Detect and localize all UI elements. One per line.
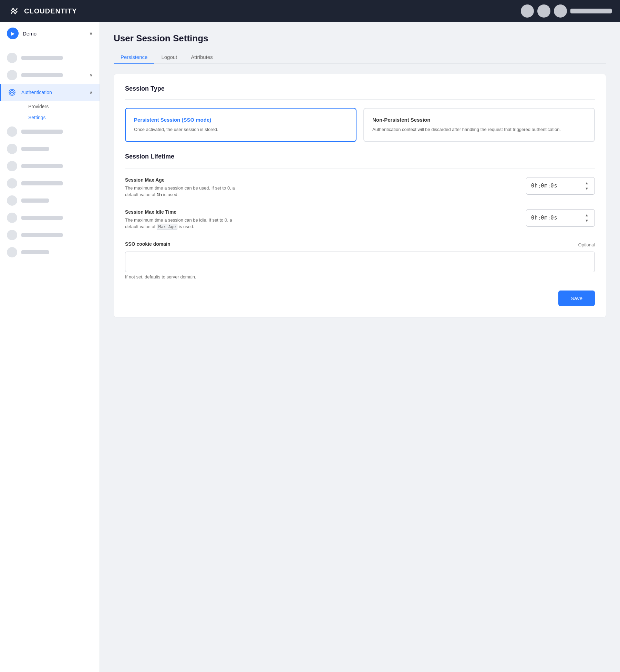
- persistent-session-title: Persistent Session (SSO mode): [134, 117, 348, 123]
- tab-attributes[interactable]: Attributes: [184, 51, 219, 64]
- sidebar-label-9: [21, 233, 63, 237]
- sidebar-item-settings[interactable]: Settings: [21, 112, 100, 123]
- sso-optional-label: Optional: [578, 242, 595, 247]
- sso-cookie-label: SSO cookie domain: [125, 241, 170, 247]
- session-max-idle-row: Session Max Idle Time The maximum time a…: [125, 209, 595, 230]
- sidebar-label-2: [21, 73, 63, 77]
- session-max-age-row: Session Max Age The maximum time a sessi…: [125, 177, 595, 198]
- time-group: 0h : 0m : 0s: [531, 183, 558, 189]
- avatar-3[interactable]: [554, 4, 567, 18]
- max-age-minutes: 0m: [541, 183, 548, 189]
- sidebar-label-6: [21, 181, 63, 185]
- sidebar-icon-9: [7, 230, 17, 240]
- session-max-age-input[interactable]: 0h : 0m : 0s ▲ ▼: [526, 177, 595, 195]
- workspace-name: Demo: [23, 31, 85, 37]
- logo-text: CLOUDENTITY: [24, 7, 77, 15]
- svg-point-3: [11, 92, 13, 93]
- max-age-hours: 0h: [531, 183, 538, 189]
- max-age-spinners[interactable]: ▲ ▼: [584, 181, 590, 191]
- authentication-chevron-icon: ∧: [90, 90, 93, 95]
- max-age-increment[interactable]: ▲: [584, 181, 590, 185]
- sidebar-item-providers[interactable]: Providers: [21, 101, 100, 112]
- sidebar-icon-10: [7, 247, 17, 257]
- workspace-selector[interactable]: ▶ Demo ∨: [0, 22, 100, 45]
- sso-hint: If not set, defaults to server domain.: [125, 274, 595, 279]
- time-sep-3: :: [539, 215, 540, 221]
- time-sep-1: :: [539, 183, 540, 189]
- sso-cookie-input[interactable]: [125, 252, 595, 272]
- session-max-idle-label: Session Max Idle Time: [125, 209, 519, 215]
- sidebar-icon-6: [7, 178, 17, 189]
- sso-cookie-section: SSO cookie domain Optional If not set, d…: [125, 241, 595, 279]
- session-max-idle-desc: The maximum time a session can be idle. …: [125, 217, 242, 230]
- non-persistent-session-desc: Authentication context will be discarded…: [372, 126, 586, 133]
- session-type-title: Session Type: [125, 85, 595, 92]
- page-title: User Session Settings: [114, 33, 606, 44]
- session-type-row: Persistent Session (SSO mode) Once activ…: [125, 108, 595, 142]
- avatar-1[interactable]: [521, 4, 534, 18]
- sidebar-label-8: [21, 216, 63, 220]
- session-max-idle-info: Session Max Idle Time The maximum time a…: [125, 209, 519, 230]
- sidebar-item-5[interactable]: [0, 157, 100, 175]
- sidebar-label-7: [21, 198, 49, 203]
- session-card-persistent[interactable]: Persistent Session (SSO mode) Once activ…: [125, 108, 356, 142]
- workspace-chevron-icon: ∨: [89, 31, 93, 36]
- section-divider-2: [125, 169, 595, 169]
- sidebar-nav: ∨ Authentication ∧: [0, 45, 100, 265]
- svg-rect-0: [8, 5, 21, 17]
- sidebar-item-7[interactable]: [0, 192, 100, 209]
- session-max-age-desc: The maximum time a session can be used. …: [125, 185, 242, 198]
- sidebar-item-9[interactable]: [0, 226, 100, 244]
- max-idle-seconds: 0s: [550, 215, 557, 221]
- avatar-2[interactable]: [537, 4, 550, 18]
- save-row: Save: [125, 291, 595, 306]
- sidebar-icon-7: [7, 195, 17, 206]
- max-idle-decrement[interactable]: ▼: [584, 218, 590, 223]
- sidebar-item-8[interactable]: [0, 209, 100, 226]
- sidebar-label-3: [21, 130, 63, 134]
- tab-logout[interactable]: Logout: [154, 51, 184, 64]
- auth-subnav: Providers Settings: [0, 101, 100, 123]
- max-idle-spinners[interactable]: ▲ ▼: [584, 213, 590, 223]
- sidebar-icon-4: [7, 144, 17, 154]
- max-age-decrement[interactable]: ▼: [584, 186, 590, 191]
- topnav: CLOUDENTITY: [0, 0, 620, 22]
- authentication-label: Authentication: [21, 90, 52, 95]
- section-divider-1: [125, 99, 595, 100]
- time-sep-4: :: [548, 215, 550, 221]
- max-idle-code: Max Age: [157, 224, 178, 230]
- authentication-icon: [7, 87, 17, 98]
- sidebar-item-3[interactable]: [0, 123, 100, 140]
- sidebar-icon-5: [7, 161, 17, 171]
- session-lifetime-title: Session Lifetime: [125, 153, 595, 160]
- non-persistent-session-title: Non-Persistent Session: [372, 117, 586, 123]
- sidebar-label-5: [21, 164, 63, 168]
- persistent-session-desc: Once activated, the user session is stor…: [134, 126, 348, 133]
- sidebar-item-1[interactable]: [0, 49, 100, 67]
- session-card-non-persistent[interactable]: Non-Persistent Session Authentication co…: [363, 108, 595, 142]
- max-idle-increment[interactable]: ▲: [584, 213, 590, 217]
- max-age-desc-end: is used.: [162, 192, 178, 197]
- logo: CLOUDENTITY: [8, 5, 77, 17]
- main-content: User Session Settings Persistence Logout…: [100, 22, 620, 672]
- sidebar-icon-3: [7, 126, 17, 137]
- sidebar-item-6[interactable]: [0, 175, 100, 192]
- sidebar-icon-2: [7, 70, 17, 80]
- sso-header: SSO cookie domain Optional: [125, 241, 595, 249]
- sidebar-item-10[interactable]: [0, 244, 100, 261]
- tab-persistence[interactable]: Persistence: [114, 51, 154, 64]
- settings-card: Session Type Persistent Session (SSO mod…: [114, 74, 606, 317]
- sidebar-chevron-2-icon: ∨: [90, 73, 93, 78]
- sidebar-icon-1: [7, 53, 17, 63]
- session-max-age-info: Session Max Age The maximum time a sessi…: [125, 177, 519, 198]
- save-button[interactable]: Save: [558, 291, 595, 306]
- sidebar-label-1: [21, 56, 63, 60]
- workspace-icon: ▶: [7, 28, 19, 39]
- max-idle-hours: 0h: [531, 215, 538, 221]
- sidebar-item-4[interactable]: [0, 140, 100, 157]
- time-sep-2: :: [548, 183, 550, 189]
- sidebar-icon-8: [7, 213, 17, 223]
- session-max-idle-input[interactable]: 0h : 0m : 0s ▲ ▼: [526, 209, 595, 227]
- sidebar-item-authentication[interactable]: Authentication ∧: [0, 84, 100, 101]
- sidebar-item-2[interactable]: ∨: [0, 67, 100, 84]
